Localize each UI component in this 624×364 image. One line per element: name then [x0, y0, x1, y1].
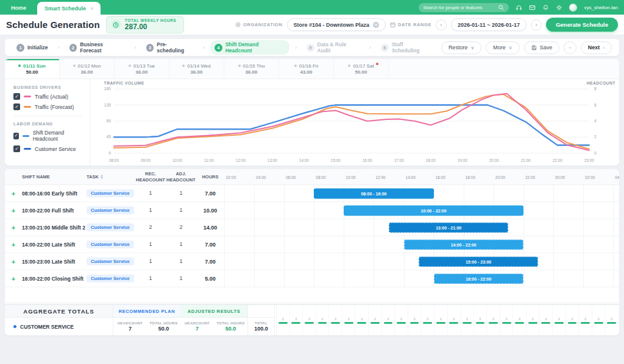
sort-icon[interactable] — [101, 175, 103, 179]
day-tab-01-16[interactable]: 01/16 Fri43.00 — [279, 59, 334, 79]
coverage-dash — [305, 322, 314, 324]
headset-icon[interactable] — [516, 4, 522, 11]
checkbox[interactable]: ✓ — [13, 145, 20, 152]
svg-text:135: 135 — [104, 103, 111, 107]
checkbox[interactable]: ✓ — [13, 103, 20, 110]
svg-text:0: 0 — [594, 151, 597, 155]
svg-text:12:00: 12:00 — [236, 158, 246, 163]
timeline-header: 02:0004:0006:0008:0010:0012:0014:0016:00… — [224, 169, 619, 184]
day-tab-01-17[interactable]: 01/17 Sat50.00 — [334, 59, 389, 79]
day-tab-01-14[interactable]: 01/14 Wed36.00 — [169, 59, 224, 79]
day-tab-hours: 36.00 — [135, 69, 147, 75]
restore-button[interactable]: Restore∨ — [441, 41, 481, 54]
hours-value: 7.00 — [196, 242, 224, 248]
rec-total-hours-cell: TOTAL HOURS 50.0 — [147, 318, 180, 335]
rec-headcount-value: 1 — [135, 275, 166, 282]
timeline-tick: 10:00 — [346, 175, 355, 179]
adj-headcount-value[interactable]: 2 — [166, 224, 196, 231]
gantt-bar[interactable]: 16:00 - 22:00 — [434, 273, 523, 284]
legend-item[interactable]: ✓Customer Service — [13, 145, 82, 152]
prev-step-button[interactable]: ‹ — [564, 41, 576, 54]
date-range-value[interactable]: 2026-01-11 ~ 2026-01-17 — [451, 18, 526, 31]
day-tab-01-13[interactable]: 01/13 Tue36.00 — [115, 59, 169, 79]
hourly-headcount: 2 — [505, 317, 507, 321]
tab-home[interactable]: Home — [0, 5, 37, 15]
step-shift-demand-headcount[interactable]: 4Shift Demand Headcount — [210, 40, 289, 55]
search-placeholder: Search for people or features — [423, 5, 482, 10]
day-tab-01-15[interactable]: 01/15 Thu36.00 — [224, 59, 279, 79]
step-pre-scheduling[interactable]: 3Pre-scheduling — [142, 40, 197, 55]
add-row-button[interactable]: + — [5, 258, 22, 265]
add-row-button[interactable]: + — [5, 241, 22, 248]
step-label: Initialize — [27, 44, 48, 51]
step-data-rule-audit[interactable]: 5Data & Rule Audit — [302, 40, 364, 55]
gantt-bar[interactable]: 13:00 - 21:00 — [389, 222, 508, 233]
task-chip[interactable]: Customer Service — [87, 275, 134, 282]
mail-icon[interactable] — [529, 4, 536, 11]
svg-text:19:00: 19:00 — [458, 158, 468, 163]
avatar[interactable] — [569, 4, 577, 12]
bell-icon[interactable] — [542, 4, 549, 11]
add-row-button[interactable]: + — [5, 207, 22, 214]
timeline-tick: 04:00 — [256, 175, 266, 179]
svg-text:2: 2 — [594, 135, 597, 139]
step-staff-scheduling[interactable]: 6Staff Scheduling — [377, 40, 436, 55]
add-row-button[interactable]: + — [5, 224, 22, 231]
day-tab-01-12[interactable]: 01/12 Mon36.00 — [60, 59, 115, 79]
day-tab-01-11[interactable]: 01/11 Sun50.00 — [5, 59, 60, 79]
step-number: 4 — [214, 44, 222, 52]
adj-headcount-value[interactable]: 1 — [166, 207, 196, 214]
add-row-button[interactable]: + — [5, 275, 22, 282]
gantt-zone: 15:00 - 23:00 — [224, 253, 619, 270]
gantt-bar[interactable]: 14:00 - 22:00 — [404, 239, 523, 250]
date-prev-button[interactable]: ‹ — [436, 19, 447, 30]
gantt-bar[interactable]: 10:00 - 22:00 — [344, 205, 523, 215]
more-button[interactable]: More∨ — [486, 41, 519, 54]
task-chip[interactable]: Customer Service — [87, 189, 134, 197]
date-next-button[interactable]: › — [531, 19, 542, 30]
svg-text:20:00: 20:00 — [489, 158, 500, 163]
step-initialize[interactable]: 1Initialize — [12, 43, 52, 53]
task-chip[interactable]: Customer Service — [87, 223, 134, 231]
save-button[interactable]: Save — [524, 41, 560, 54]
gantt-bar[interactable]: 08:00 - 16:00 — [314, 188, 433, 198]
tab-smart-schedule[interactable]: Smart Schedule × — [37, 2, 101, 15]
day-tab-hours: 36.00 — [80, 69, 93, 75]
adj-headcount-value[interactable]: 1 — [166, 258, 196, 265]
col-task[interactable]: TASK — [87, 174, 135, 180]
gear-icon[interactable] — [556, 4, 562, 11]
checkbox[interactable]: ✓ — [13, 133, 19, 139]
checkbox[interactable]: ✓ — [13, 93, 20, 100]
coverage-dash — [331, 322, 340, 324]
add-row-button[interactable]: + — [5, 190, 22, 197]
legend-item[interactable]: ✓Traffic (Forecast) — [13, 103, 82, 110]
table-row: +16:00-22:00 Closing ShiftCustomer Servi… — [5, 270, 619, 287]
close-icon[interactable]: × — [90, 5, 93, 12]
weekly-hours-badge: TOTAL WEEKLY HOURS 287.00 — [106, 16, 184, 33]
day-tab-date: 01/12 Mon — [73, 63, 101, 69]
generate-schedule-button[interactable]: Generate Schedule — [546, 18, 618, 32]
adj-headcount-value[interactable]: 1 — [166, 190, 196, 197]
step-business-forecast[interactable]: 2Business Forecast — [65, 40, 129, 55]
search-input[interactable]: Search for people or features — [419, 3, 509, 12]
task-chip[interactable]: Customer Service — [87, 240, 134, 248]
adj-headcount-value[interactable]: 1 — [166, 275, 196, 282]
col-adj-headcount: ADJ. HEADCOUNT — [166, 171, 196, 183]
username[interactable]: vys_shelton.tan — [584, 5, 618, 10]
legend-item[interactable]: ✓Shift Demand Headcount — [13, 130, 82, 142]
next-step-button[interactable]: Next› — [581, 41, 612, 54]
aggregate-task-row[interactable]: CUSTOMER SERVICE — [5, 318, 113, 335]
organization-select[interactable]: Store #104 - Downtown Plaza × — [287, 18, 386, 31]
hourly-headcount: 2 — [282, 317, 284, 321]
task-chip[interactable]: Customer Service — [87, 257, 134, 265]
task-cell: Customer Service — [87, 189, 135, 197]
adj-headcount-value[interactable]: 1 — [166, 241, 196, 248]
legend-item[interactable]: ✓Traffic (Actual) — [13, 93, 82, 100]
coverage-dash — [528, 322, 537, 324]
hourly-cell: 2 — [434, 305, 447, 335]
coverage-dash — [476, 322, 485, 324]
gantt-bar[interactable]: 15:00 - 23:00 — [419, 256, 538, 267]
clear-icon[interactable]: × — [373, 22, 379, 28]
hours-value: 7.00 — [196, 259, 224, 265]
task-chip[interactable]: Customer Service — [87, 206, 134, 214]
